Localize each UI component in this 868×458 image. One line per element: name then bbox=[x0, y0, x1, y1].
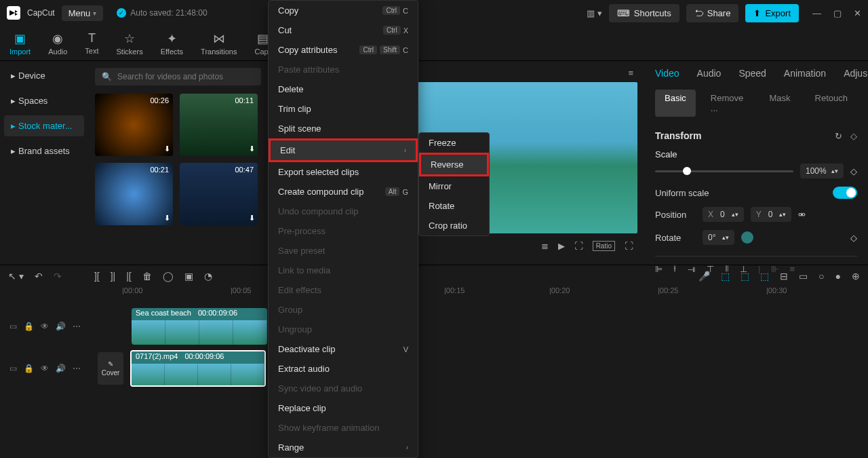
ctx-copy[interactable]: CopyCtrlC bbox=[269, 1, 418, 20]
magnet-icon[interactable]: ⬚ bbox=[721, 271, 730, 282]
more-icon[interactable]: ⋯ bbox=[73, 364, 81, 373]
tab-animation[interactable]: Animation bbox=[784, 68, 826, 79]
download-icon[interactable]: ⬇ bbox=[249, 214, 255, 223]
pos-y-field[interactable]: Y0▴▾ bbox=[751, 207, 792, 222]
ratio-icon[interactable]: Ratio bbox=[593, 241, 615, 251]
ctx-exportsel[interactable]: Export selected clips bbox=[269, 162, 418, 182]
tool-effects[interactable]: ✦Effects bbox=[161, 31, 183, 56]
keyframe-icon[interactable]: ◇ bbox=[850, 166, 857, 176]
shortcuts-button[interactable]: ⌨Shortcuts bbox=[609, 4, 679, 22]
download-icon[interactable]: ⬇ bbox=[164, 214, 170, 223]
ctx-cut[interactable]: CutCtrlX bbox=[269, 20, 418, 40]
ctx-deactivate[interactable]: Deactivate clipV bbox=[269, 339, 418, 359]
more-icon[interactable]: ⋯ bbox=[73, 322, 81, 331]
subtab-basic[interactable]: Basic bbox=[655, 90, 696, 117]
sub-reverse[interactable]: Reverse bbox=[419, 153, 489, 176]
delete-icon[interactable]: 🗑 bbox=[142, 271, 152, 282]
preview-axis-icon[interactable]: ⬚ bbox=[760, 271, 769, 282]
export-button[interactable]: ⬆Export bbox=[745, 4, 799, 22]
timeline-ruler[interactable]: |00:00 |00:05 |00:15 |00:20 |00:25 |00:3… bbox=[0, 286, 868, 305]
media-thumb[interactable]: 00:11⬇ bbox=[180, 94, 258, 156]
sub-cropratio[interactable]: Crop ratio bbox=[419, 216, 489, 235]
ctx-splitscene[interactable]: Split scene bbox=[269, 119, 418, 138]
play-icon[interactable]: ▶ bbox=[558, 241, 565, 251]
subtab-remove[interactable]: Remove ... bbox=[701, 90, 755, 117]
layout-icon[interactable]: ▥ ▾ bbox=[587, 8, 602, 18]
pos-x-field[interactable]: X0▴▾ bbox=[703, 207, 744, 222]
trim-right-icon[interactable]: |[ bbox=[126, 271, 132, 282]
rotate-field[interactable]: 0°▴▾ bbox=[703, 230, 734, 245]
sub-mirror[interactable]: Mirror bbox=[419, 176, 489, 196]
marker-icon[interactable]: ◯ bbox=[163, 271, 174, 282]
sub-rotate[interactable]: Rotate bbox=[419, 196, 489, 216]
cursor-icon[interactable]: ↖ ▾ bbox=[8, 271, 24, 282]
undo-icon[interactable]: ↶ bbox=[35, 271, 43, 282]
tab-video[interactable]: Video bbox=[655, 68, 679, 79]
sidebar-item-spaces[interactable]: ▸ Spaces bbox=[4, 90, 84, 111]
zoom-out-icon[interactable]: ○ bbox=[818, 271, 824, 282]
subtab-retouch[interactable]: Retouch bbox=[806, 90, 857, 117]
hamburger-icon[interactable]: ≡ bbox=[628, 68, 633, 78]
align-right-icon[interactable]: ⫣ bbox=[687, 264, 696, 274]
tab-speed[interactable]: Speed bbox=[738, 68, 766, 79]
ctx-range[interactable]: Range› bbox=[269, 438, 418, 457]
tool-stickers[interactable]: ☆Stickers bbox=[117, 31, 143, 56]
linkage-icon[interactable]: ⬚ bbox=[741, 271, 749, 282]
sidebar-item-stock[interactable]: ▸ Stock mater... bbox=[4, 115, 84, 136]
eye-icon[interactable]: 👁 bbox=[41, 364, 49, 373]
subtab-mask[interactable]: Mask bbox=[760, 90, 800, 117]
sidebar-item-brand[interactable]: ▸ Brand assets bbox=[4, 140, 84, 161]
maximize-icon[interactable]: ▢ bbox=[833, 8, 842, 18]
sub-freeze[interactable]: Freeze bbox=[419, 133, 489, 153]
tool-transitions[interactable]: ⋈Transitions bbox=[201, 31, 237, 56]
uniform-toggle[interactable] bbox=[833, 187, 857, 199]
download-icon[interactable]: ⬇ bbox=[249, 145, 255, 153]
lock-icon[interactable]: 🔒 bbox=[24, 364, 34, 373]
eye-icon[interactable]: 👁 bbox=[41, 322, 49, 331]
media-thumb[interactable]: 00:21⬇ bbox=[95, 163, 173, 225]
tab-adjust[interactable]: Adjus bbox=[844, 68, 867, 79]
timeline-clip[interactable]: Sea coast beach00:00:09:06 bbox=[132, 308, 267, 345]
tool-text[interactable]: TText bbox=[85, 31, 98, 55]
collapse-icon[interactable]: ▭ bbox=[9, 364, 17, 373]
cover-button[interactable]: ✎Cover bbox=[98, 352, 123, 385]
keyframe-icon[interactable]: ◇ bbox=[850, 233, 857, 243]
ctx-delete[interactable]: Delete bbox=[269, 79, 418, 99]
close-icon[interactable]: ✕ bbox=[854, 8, 861, 18]
mute-icon[interactable]: 🔊 bbox=[56, 364, 66, 373]
keyframe-icon[interactable]: ◇ bbox=[850, 131, 857, 141]
media-thumb[interactable]: 00:26⬇ bbox=[95, 94, 173, 156]
mute-icon[interactable]: 🔊 bbox=[56, 322, 66, 331]
tool-import[interactable]: ▣Import bbox=[9, 31, 31, 56]
split-icon[interactable]: ][ bbox=[94, 271, 100, 282]
speed-icon[interactable]: ◔ bbox=[204, 271, 212, 282]
scale-slider[interactable] bbox=[655, 170, 793, 172]
ctx-trimclip[interactable]: Trim clip bbox=[269, 99, 418, 119]
stepper-icon[interactable]: ▴▾ bbox=[831, 168, 838, 174]
rotate-dial[interactable] bbox=[741, 231, 753, 244]
fullscreen-icon[interactable]: ⛶ bbox=[625, 241, 633, 251]
reset-icon[interactable]: ↻ bbox=[835, 131, 842, 141]
track-icon[interactable]: ⊟ bbox=[780, 271, 788, 282]
tool-audio[interactable]: ◉Audio bbox=[48, 31, 67, 56]
share-button[interactable]: ⮌Share bbox=[686, 4, 739, 22]
ctx-replaceclip[interactable]: Replace clip bbox=[269, 398, 418, 418]
timeline-clip-selected[interactable]: 0717(2).mp400:00:09:06 bbox=[130, 350, 266, 387]
align-center-icon[interactable]: ⫲ bbox=[673, 263, 676, 274]
ctx-edit[interactable]: Edit› bbox=[269, 138, 418, 162]
download-icon[interactable]: ⬇ bbox=[164, 145, 170, 153]
ctx-createcomp[interactable]: Create compound clipAltG bbox=[269, 182, 418, 202]
scale-value[interactable]: 100%▴▾ bbox=[800, 164, 844, 178]
minimize-icon[interactable]: — bbox=[812, 8, 821, 18]
lock-icon[interactable]: 🔒 bbox=[24, 322, 34, 331]
media-thumb[interactable]: 00:47⬇ bbox=[180, 163, 258, 225]
tab-audio[interactable]: Audio bbox=[697, 68, 722, 79]
sidebar-item-device[interactable]: ▸ Device bbox=[4, 65, 84, 86]
ctx-extractaudio[interactable]: Extract audio bbox=[269, 359, 418, 379]
collapse-icon[interactable]: ▭ bbox=[9, 322, 17, 331]
layer-icon[interactable]: ▭ bbox=[799, 271, 808, 282]
menu-button[interactable]: Menu▾ bbox=[62, 5, 104, 21]
zoom-slider[interactable]: ● bbox=[835, 271, 841, 282]
list-icon[interactable]: ≣ bbox=[541, 241, 549, 251]
search-input[interactable]: 🔍Search for videos and photos bbox=[95, 68, 261, 85]
